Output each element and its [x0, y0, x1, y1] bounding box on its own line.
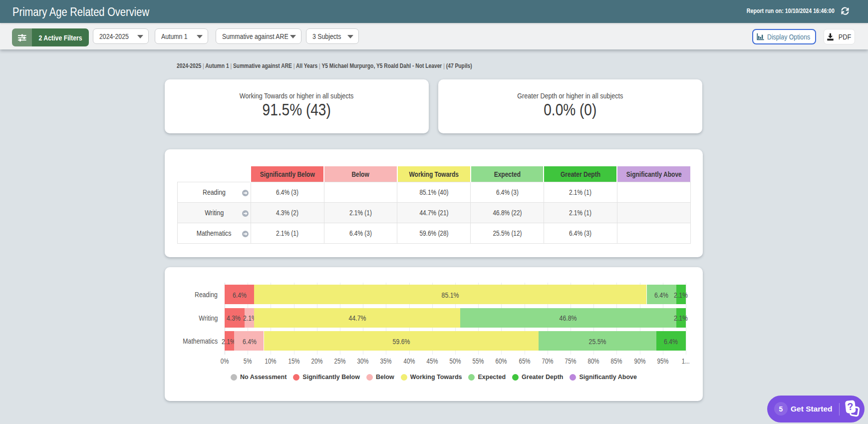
svg-text:?: ?: [847, 401, 854, 412]
